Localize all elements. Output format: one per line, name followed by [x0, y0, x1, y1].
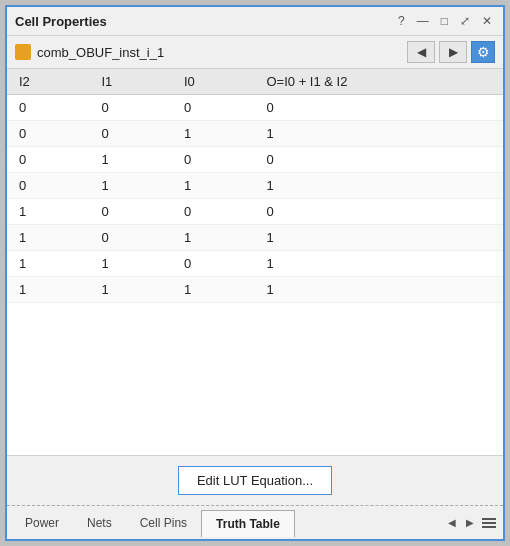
minimize-button[interactable]: —: [414, 13, 432, 29]
table-cell: 1: [90, 147, 173, 173]
truth-table-area: I2 I1 I0 O=I0 + I1 & I2 0000001101000111…: [7, 69, 503, 455]
title-bar: Cell Properties ? — □ ⤢ ✕: [7, 7, 503, 36]
tab-next-button[interactable]: ▶: [461, 513, 479, 533]
table-row: 0011: [7, 121, 503, 147]
window-title: Cell Properties: [15, 14, 107, 29]
table-cell: 0: [90, 95, 173, 121]
table-row: 1111: [7, 277, 503, 303]
table-cell: 0: [172, 147, 255, 173]
tab-menu-button[interactable]: [479, 513, 499, 533]
table-cell: 0: [172, 95, 255, 121]
menu-line-2: [482, 522, 496, 524]
resize-button[interactable]: ⤢: [457, 13, 473, 29]
edit-lut-button[interactable]: Edit LUT Equation...: [178, 466, 332, 495]
tab-power[interactable]: Power: [11, 510, 73, 536]
cell-color-icon: [15, 44, 31, 60]
table-cell: 0: [7, 173, 90, 199]
help-button[interactable]: ?: [395, 13, 408, 29]
table-cell: 1: [172, 277, 255, 303]
toolbar: comb_OBUF_inst_i_1 ◀ ▶ ⚙: [7, 36, 503, 69]
col-header-output: O=I0 + I1 & I2: [255, 69, 504, 95]
table-cell: 0: [90, 199, 173, 225]
close-button[interactable]: ✕: [479, 13, 495, 29]
table-row: 0111: [7, 173, 503, 199]
table-cell: 1: [90, 277, 173, 303]
restore-button[interactable]: □: [438, 13, 451, 29]
table-row: 1101: [7, 251, 503, 277]
table-row: 0100: [7, 147, 503, 173]
edit-button-area: Edit LUT Equation...: [7, 455, 503, 505]
table-cell: 1: [255, 225, 504, 251]
table-cell: 0: [255, 199, 504, 225]
truth-table: I2 I1 I0 O=I0 + I1 & I2 0000001101000111…: [7, 69, 503, 303]
tab-cell-pins[interactable]: Cell Pins: [126, 510, 201, 536]
menu-line-1: [482, 518, 496, 520]
col-header-i1: I1: [90, 69, 173, 95]
cell-properties-window: Cell Properties ? — □ ⤢ ✕ comb_OBUF_inst…: [5, 5, 505, 541]
col-header-i0: I0: [172, 69, 255, 95]
table-cell: 1: [255, 121, 504, 147]
table-cell: 1: [255, 251, 504, 277]
forward-button[interactable]: ▶: [439, 41, 467, 63]
settings-button[interactable]: ⚙: [471, 41, 495, 63]
window-controls: ? — □ ⤢ ✕: [395, 13, 495, 29]
table-cell: 1: [172, 121, 255, 147]
menu-line-3: [482, 526, 496, 528]
table-cell: 1: [90, 251, 173, 277]
toolbar-right: ◀ ▶ ⚙: [407, 41, 495, 63]
table-cell: 1: [7, 251, 90, 277]
table-cell: 1: [7, 277, 90, 303]
table-cell: 0: [90, 121, 173, 147]
table-cell: 0: [7, 95, 90, 121]
tab-nets[interactable]: Nets: [73, 510, 126, 536]
table-cell: 1: [255, 173, 504, 199]
table-cell: 1: [255, 277, 504, 303]
table-cell: 1: [172, 173, 255, 199]
table-cell: 0: [7, 121, 90, 147]
table-cell: 1: [7, 199, 90, 225]
tab-bar: Power Nets Cell Pins Truth Table ◀ ▶: [7, 505, 503, 539]
table-cell: 0: [255, 95, 504, 121]
table-row: 1000: [7, 199, 503, 225]
table-cell: 0: [172, 199, 255, 225]
tab-prev-button[interactable]: ◀: [443, 513, 461, 533]
table-cell: 1: [172, 225, 255, 251]
tab-navigation: ◀ ▶: [443, 513, 499, 533]
table-cell: 0: [90, 225, 173, 251]
table-header-row: I2 I1 I0 O=I0 + I1 & I2: [7, 69, 503, 95]
table-row: 1011: [7, 225, 503, 251]
tab-truth-table[interactable]: Truth Table: [201, 510, 295, 537]
col-header-i2: I2: [7, 69, 90, 95]
table-cell: 0: [7, 147, 90, 173]
cell-name-label: comb_OBUF_inst_i_1: [37, 45, 164, 60]
table-cell: 1: [7, 225, 90, 251]
table-cell: 1: [90, 173, 173, 199]
table-cell: 0: [255, 147, 504, 173]
table-row: 0000: [7, 95, 503, 121]
table-cell: 0: [172, 251, 255, 277]
back-button[interactable]: ◀: [407, 41, 435, 63]
toolbar-left: comb_OBUF_inst_i_1: [15, 44, 164, 60]
